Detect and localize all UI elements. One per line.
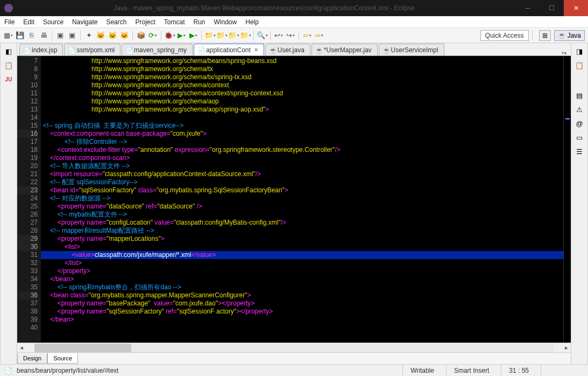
tab-user-java[interactable]: ☕User.java [265, 44, 310, 55]
tab-ssm-pom-xml[interactable]: 📄ssm/pom.xml [64, 44, 121, 55]
save-icon[interactable]: 💾 [15, 31, 25, 40]
menu-source[interactable]: Source [43, 18, 63, 26]
tabs-overflow-button[interactable]: »₃ [557, 50, 571, 55]
package-icon[interactable]: 📦 [136, 31, 146, 40]
line-number[interactable]: 18 [17, 146, 38, 154]
junit-icon[interactable]: JU [4, 74, 13, 84]
menu-tomcat[interactable]: Tomcat [164, 18, 185, 26]
line-number[interactable]: 28 [17, 227, 38, 235]
open-perspective-button[interactable]: ⊞ [539, 30, 551, 41]
code-line-12[interactable]: http://www.springframework.org/schema/ao… [41, 98, 563, 106]
line-number[interactable]: 25 [17, 203, 38, 211]
code-line-40[interactable] [41, 324, 563, 332]
line-number[interactable]: 29 [17, 235, 38, 243]
line-number[interactable]: 26 [17, 211, 38, 219]
new-folder-icon[interactable]: 📁▾ [229, 31, 238, 40]
back-icon[interactable]: ⇦▾ [302, 31, 312, 40]
line-number[interactable]: 11 [17, 89, 38, 98]
line-number[interactable]: 30 [17, 243, 38, 251]
code-line-15[interactable]: <!-- spring 自动扫描 主要是为了扫描业service--> [41, 122, 563, 130]
line-number[interactable]: 20 [17, 162, 38, 170]
line-number[interactable]: 32 [17, 259, 38, 267]
code-line-27[interactable]: <property name="configLocation" value="c… [41, 219, 563, 227]
code-line-28[interactable]: <!-- mapper和resultMap配置路径 --> [41, 227, 563, 235]
code-line-18[interactable]: <context:exclude-filter type="annotation… [41, 146, 563, 154]
search-icon[interactable]: 🔍▾ [257, 31, 267, 40]
java-perspective-button[interactable]: ☕ Java [554, 30, 585, 41]
line-number[interactable]: 34 [17, 275, 38, 283]
scroll-thumb[interactable] [34, 344, 131, 352]
code-line-30[interactable]: <list> [41, 243, 563, 251]
scroll-left-arrow[interactable]: ◄ [17, 345, 26, 351]
line-number[interactable]: 27 [17, 219, 38, 227]
line-number[interactable]: 40 [17, 324, 38, 332]
line-number[interactable]: 37 [17, 300, 38, 308]
code-line-39[interactable]: </bean> [41, 316, 563, 324]
outline-icon[interactable]: ▤ [575, 90, 584, 100]
refresh-icon[interactable]: ⟳▾ [148, 31, 158, 40]
line-number[interactable]: 16 [17, 130, 38, 138]
line-number[interactable]: 21 [17, 170, 38, 178]
code-line-33[interactable]: </property> [41, 267, 563, 275]
print-icon[interactable]: 🖶 [39, 31, 48, 40]
line-number[interactable]: 10 [17, 81, 38, 89]
tomcat-stop-icon[interactable]: 🐱 [108, 31, 117, 40]
code-line-36[interactable]: <bean class="org.mybatis.spring.mapper.M… [41, 291, 563, 300]
line-number[interactable]: 24 [17, 194, 38, 203]
code-line-34[interactable]: </bean> [41, 275, 563, 283]
menu-navigate[interactable]: Navigate [72, 18, 97, 26]
code-line-25[interactable]: <property name="dataSource" ref="dataSou… [41, 203, 563, 211]
menu-search[interactable]: Search [106, 18, 126, 26]
line-number[interactable]: 19 [17, 154, 38, 162]
line-number[interactable]: 13 [17, 106, 38, 114]
code-line-32[interactable]: </list> [41, 259, 563, 267]
debug-icon[interactable]: 🐞▾ [165, 31, 174, 40]
line-number[interactable]: 36 [17, 291, 38, 300]
tomcat-restart-icon[interactable]: 🐱 [119, 31, 129, 40]
code-line-19[interactable]: </context:component-scan> [41, 154, 563, 162]
run-last-icon[interactable]: ▶▾ [188, 31, 198, 40]
line-number[interactable]: 9 [17, 73, 38, 81]
line-number[interactable]: 33 [17, 267, 38, 275]
line-number[interactable]: 35 [17, 283, 38, 291]
line-number[interactable]: 8 [17, 65, 38, 73]
code-line-22[interactable]: <!-- 配置 sqlSessionFactory--> [41, 178, 563, 186]
line-number[interactable]: 7 [17, 57, 38, 65]
line-number[interactable]: 17 [17, 138, 38, 146]
code-editor[interactable]: 7891011121314151617181920212223242526272… [17, 56, 571, 343]
prev-annotation-icon[interactable]: ↩▾ [274, 31, 284, 40]
close-button[interactable]: ✕ [564, 0, 588, 16]
tab-close-icon[interactable]: ✕ [254, 47, 258, 53]
overview-ruler[interactable] [563, 56, 571, 343]
code-line-13[interactable]: http://www.springframework.org/schema/ao… [41, 106, 563, 114]
scroll-right-arrow[interactable]: ► [562, 345, 571, 351]
code-line-37[interactable]: <property name="basePackage" value="com.… [41, 300, 563, 308]
code-line-9[interactable]: http://www.springframework.org/schema/tx… [41, 73, 563, 81]
next-annotation-icon[interactable]: ↪▾ [286, 31, 295, 40]
code-line-17[interactable]: <!-- 排除Controller --> [41, 138, 563, 146]
menu-edit[interactable]: Edit [23, 18, 34, 26]
horizontal-scrollbar[interactable]: ◄ ► [17, 343, 571, 352]
menu-help[interactable]: Help [245, 18, 259, 26]
tomcat-start-icon[interactable]: 🐱 [96, 31, 105, 40]
code-line-35[interactable]: <!-- spring和mybatis整合，扫描所有dao --> [41, 283, 563, 291]
run-icon[interactable]: ▶▾ [176, 31, 186, 40]
line-number[interactable]: 23 [17, 186, 38, 194]
menu-run[interactable]: Run [194, 18, 206, 26]
wand-icon[interactable]: ✦ [84, 31, 94, 40]
build-icon[interactable]: ▣ [55, 31, 65, 40]
problems-icon[interactable]: ⚠ [575, 105, 584, 114]
save-all-icon[interactable]: ⎘ [27, 31, 37, 40]
line-number[interactable]: 39 [17, 316, 38, 324]
line-number[interactable]: 38 [17, 308, 38, 316]
tab--usermapper-jav[interactable]: ☕*UserMapper.jav [311, 44, 378, 55]
declaration-icon[interactable]: @ [575, 119, 584, 128]
package-explorer-icon[interactable]: 📋 [4, 60, 13, 70]
forward-icon[interactable]: ⇨▾ [314, 31, 324, 40]
code-line-29[interactable]: <property name="mapperLocations"> [41, 235, 563, 243]
maximize-button[interactable]: ☐ [540, 0, 564, 16]
new-class-icon[interactable]: 📁▾ [217, 31, 226, 40]
code-line-7[interactable]: http://www.springframework.org/schema/be… [41, 57, 563, 65]
servers-icon[interactable]: ☰ [575, 147, 584, 156]
build2-icon[interactable]: ▣ [67, 31, 77, 40]
